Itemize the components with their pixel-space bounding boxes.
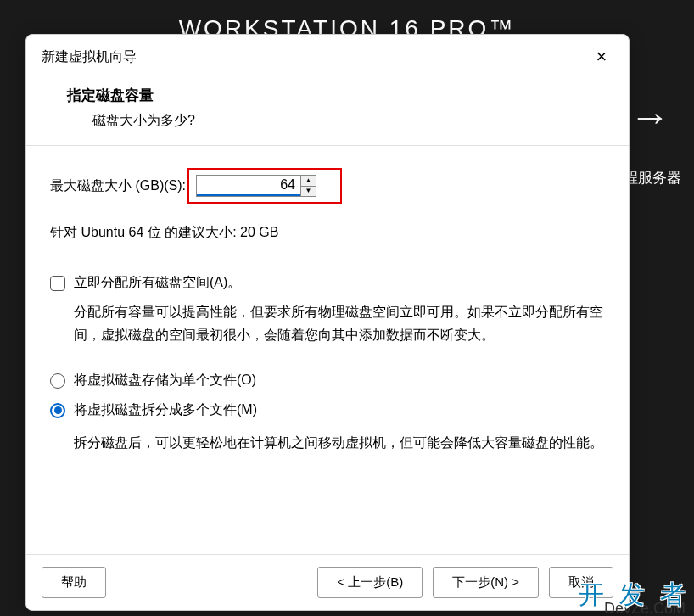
wizard-step-title: 指定磁盘容量 xyxy=(67,86,602,105)
dialog-title: 新建虚拟机向导 xyxy=(42,48,137,66)
radio-single-file-row[interactable]: 将虚拟磁盘存储为单个文件(O) xyxy=(50,372,605,389)
background-arrow-icon: → xyxy=(630,93,670,140)
recommended-size-text: 针对 Ubuntu 64 位 的建议大小: 20 GB xyxy=(50,224,605,242)
help-button[interactable]: 帮助 xyxy=(42,567,106,598)
radio-split-description: 拆分磁盘后，可以更轻松地在计算机之间移动虚拟机，但可能会降低大容量磁盘的性能。 xyxy=(74,431,605,454)
close-icon: × xyxy=(596,46,607,68)
dialog-footer: 帮助 < 上一步(B) 下一步(N) > 取消 xyxy=(26,554,629,610)
allocate-now-label: 立即分配所有磁盘空间(A)。 xyxy=(74,274,241,292)
wizard-header: 指定磁盘容量 磁盘大小为多少? xyxy=(26,77,629,145)
dialog-titlebar: 新建虚拟机向导 × xyxy=(26,35,629,77)
watermark-overlay: 开 发 者 xyxy=(579,578,686,613)
next-button[interactable]: 下一步(N) > xyxy=(433,567,539,598)
spinner-up-icon[interactable]: ▲ xyxy=(301,176,316,187)
allocate-now-row[interactable]: 立即分配所有磁盘空间(A)。 xyxy=(50,274,605,292)
radio-split-file-row[interactable]: 将虚拟磁盘拆分成多个文件(M) xyxy=(50,401,605,419)
footer-nav-buttons: < 上一步(B) 下一步(N) > 取消 xyxy=(317,567,613,598)
radio-split-file[interactable] xyxy=(50,403,65,418)
allocate-now-checkbox[interactable] xyxy=(50,276,65,291)
spinner-down-icon[interactable]: ▼ xyxy=(301,187,316,197)
disk-size-spinner[interactable]: ▲ ▼ xyxy=(196,175,316,197)
close-button[interactable]: × xyxy=(590,45,613,69)
new-vm-wizard-dialog: 新建虚拟机向导 × 指定磁盘容量 磁盘大小为多少? 最大磁盘大小 (GB)(S)… xyxy=(25,34,630,611)
background-server-text: 程服务器 xyxy=(624,168,681,188)
back-button[interactable]: < 上一步(B) xyxy=(317,567,423,598)
highlight-annotation: ▲ ▼ xyxy=(187,168,342,204)
wizard-content: 最大磁盘大小 (GB)(S): ▲ ▼ 针对 Ubuntu 64 位 的建议大小… xyxy=(26,146,629,554)
radio-single-file-label: 将虚拟磁盘存储为单个文件(O) xyxy=(74,372,256,389)
wizard-step-subtitle: 磁盘大小为多少? xyxy=(92,112,602,130)
allocate-now-description: 分配所有容量可以提高性能，但要求所有物理磁盘空间立即可用。如果不立即分配所有空间… xyxy=(74,300,605,346)
spinner-buttons: ▲ ▼ xyxy=(300,176,316,196)
watermark-char-1: 开 xyxy=(579,578,604,613)
watermark-char-2: 发 xyxy=(619,578,645,613)
disk-file-radio-group: 将虚拟磁盘存储为单个文件(O) 将虚拟磁盘拆分成多个文件(M) 拆分磁盘后，可以… xyxy=(50,372,605,454)
disk-size-label: 最大磁盘大小 (GB)(S): xyxy=(50,177,186,195)
disk-size-input[interactable] xyxy=(197,176,300,196)
radio-single-file[interactable] xyxy=(50,373,65,389)
disk-size-row: 最大磁盘大小 (GB)(S): ▲ ▼ xyxy=(50,168,605,204)
watermark-char-3: 者 xyxy=(660,578,686,613)
radio-split-file-label: 将虚拟磁盘拆分成多个文件(M) xyxy=(74,401,257,419)
